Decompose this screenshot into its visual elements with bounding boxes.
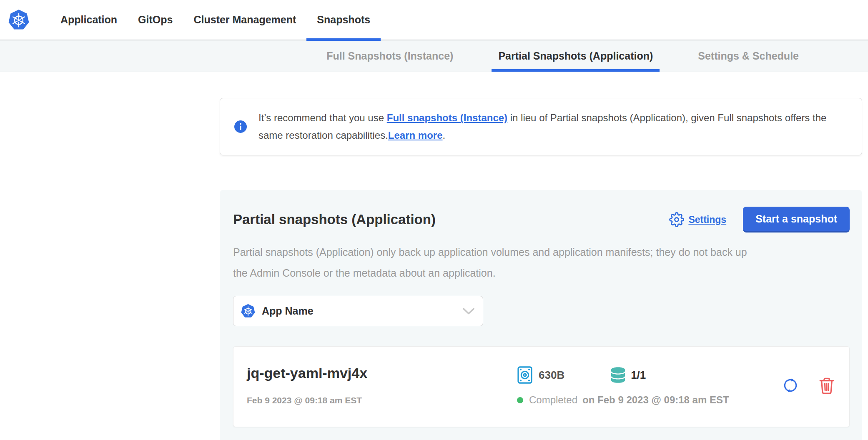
snapshots-sub-nav: Full Snapshots (Instance) Partial Snapsh…	[0, 40, 868, 72]
top-nav: Application GitOps Cluster Management Sn…	[0, 0, 868, 40]
snapshot-metrics: 630B 1/1	[517, 366, 729, 384]
nav-item-gitops[interactable]: GitOps	[128, 0, 183, 40]
info-icon	[234, 120, 247, 133]
nav-item-application[interactable]: Application	[50, 0, 128, 40]
restore-snapshot-button[interactable]	[781, 376, 800, 395]
learn-more-link[interactable]: Learn more	[388, 130, 443, 141]
snapshot-identity: jq-get-yaml-mvj4x Feb 9 2023 @ 09:18 am …	[247, 365, 517, 406]
delete-snapshot-button[interactable]	[818, 376, 835, 395]
tab-full-snapshots[interactable]: Full Snapshots (Instance)	[322, 40, 457, 72]
partial-snapshots-panel: Partial snapshots (Application) Settings…	[220, 190, 862, 440]
snapshot-size-metric: 630B	[517, 366, 564, 384]
snapshots-page: Application GitOps Cluster Management Sn…	[0, 0, 868, 440]
nav-item-cluster-management[interactable]: Cluster Management	[183, 0, 306, 40]
snapshot-volume-count: 1/1	[631, 369, 646, 382]
snapshot-finished-timestamp: on Feb 9 2023 @ 09:18 am EST	[582, 394, 729, 406]
panel-header-actions: Settings Start a snapshot	[669, 207, 850, 232]
trash-icon	[818, 376, 835, 395]
banner-text-segment: .	[443, 130, 446, 141]
banner-line-2: same restoration capabilities.Learn more…	[258, 127, 826, 144]
snapshot-settings-link[interactable]: Settings	[669, 212, 726, 227]
panel-description: Partial snapshots (Application) only bac…	[233, 242, 850, 283]
app-name-selector[interactable]: App Name	[233, 296, 483, 326]
description-line: the Admin Console or the metadata about …	[233, 262, 850, 283]
snapshot-actions	[781, 365, 837, 406]
snapshot-status-line: Completed on Feb 9 2023 @ 09:18 am EST	[517, 394, 729, 406]
banner-line-1: It’s recommend that you use Full snapsho…	[258, 109, 826, 127]
restore-icon	[781, 376, 800, 395]
banner-text-segment: It’s recommend that you use	[258, 112, 387, 123]
snapshot-name: jq-get-yaml-mvj4x	[247, 365, 517, 381]
selector-divider	[455, 302, 455, 320]
panel-header: Partial snapshots (Application) Settings…	[233, 207, 850, 232]
full-snapshots-link[interactable]: Full snapshots (Instance)	[387, 112, 507, 123]
chevron-down-icon	[463, 308, 474, 315]
nav-item-snapshots[interactable]: Snapshots	[306, 0, 381, 40]
app-selector-value: App Name	[262, 305, 314, 317]
banner-text-segment: in lieu of Partial snapshots (Applicatio…	[507, 112, 826, 123]
database-icon	[611, 367, 625, 383]
recommendation-banner: It’s recommend that you use Full snapsho…	[220, 98, 862, 155]
snapshot-status: Completed	[529, 394, 577, 406]
tab-partial-snapshots[interactable]: Partial Snapshots (Application)	[494, 40, 657, 72]
snapshot-row: jq-get-yaml-mvj4x Feb 9 2023 @ 09:18 am …	[233, 346, 850, 427]
panel-title: Partial snapshots (Application)	[233, 212, 436, 228]
top-nav-items: Application GitOps Cluster Management Sn…	[50, 0, 381, 40]
volume-disk-icon	[517, 366, 533, 384]
snapshot-size: 630B	[539, 369, 564, 382]
snapshot-started-timestamp: Feb 9 2023 @ 09:18 am EST	[247, 395, 517, 405]
start-snapshot-button[interactable]: Start a snapshot	[743, 207, 850, 232]
gear-icon	[669, 212, 684, 227]
app-kubernetes-icon	[241, 304, 255, 318]
snapshot-details: 630B 1/1 Completed on Feb 9 2023 @ 09:18…	[517, 365, 729, 406]
tab-settings-schedule[interactable]: Settings & Schedule	[694, 40, 803, 72]
settings-link-label: Settings	[688, 214, 726, 225]
banner-text: It’s recommend that you use Full snapsho…	[258, 109, 826, 144]
kubernetes-logo-icon	[8, 9, 29, 31]
banner-text-segment: same restoration capabilities.	[258, 130, 388, 141]
snapshot-volumes-metric: 1/1	[611, 367, 646, 383]
description-line: Partial snapshots (Application) only bac…	[233, 242, 850, 262]
status-dot-icon	[517, 397, 523, 403]
